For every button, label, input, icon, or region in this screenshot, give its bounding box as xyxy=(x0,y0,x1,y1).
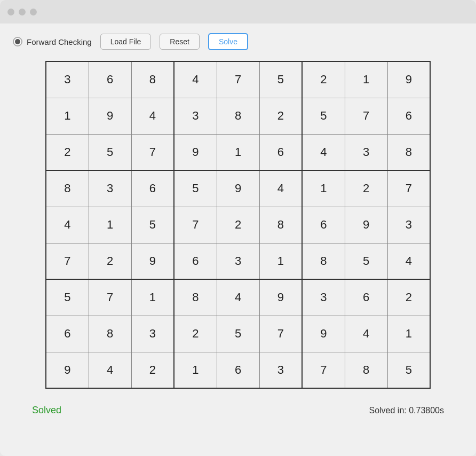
cell-6-4[interactable]: 4 xyxy=(217,279,259,316)
solved-status: Solved xyxy=(32,405,61,416)
cell-6-3[interactable]: 8 xyxy=(174,279,217,316)
cell-5-6[interactable]: 8 xyxy=(302,243,345,279)
cell-5-0[interactable]: 7 xyxy=(46,243,89,279)
cell-2-2[interactable]: 7 xyxy=(131,134,174,170)
cell-2-6[interactable]: 4 xyxy=(302,134,345,170)
cell-0-0[interactable]: 3 xyxy=(46,61,89,98)
cell-1-4[interactable]: 8 xyxy=(217,98,259,134)
cell-4-8[interactable]: 3 xyxy=(387,207,430,243)
cell-1-5[interactable]: 2 xyxy=(259,98,302,134)
cell-7-6[interactable]: 9 xyxy=(302,316,345,352)
cell-8-1[interactable]: 4 xyxy=(89,352,131,388)
cell-8-2[interactable]: 2 xyxy=(131,352,174,388)
cell-2-4[interactable]: 1 xyxy=(217,134,259,170)
maximize-button[interactable] xyxy=(30,9,37,15)
cell-4-4[interactable]: 2 xyxy=(217,207,259,243)
cell-8-3[interactable]: 1 xyxy=(174,352,217,388)
close-button[interactable] xyxy=(7,9,14,15)
cell-1-2[interactable]: 4 xyxy=(131,98,174,134)
cell-3-4[interactable]: 9 xyxy=(217,170,259,207)
cell-8-6[interactable]: 7 xyxy=(302,352,345,388)
cell-3-3[interactable]: 5 xyxy=(174,170,217,207)
solve-button[interactable]: Solve xyxy=(208,33,248,50)
cell-8-8[interactable]: 5 xyxy=(387,352,430,388)
grid-container: 3684752191943825762579164388365941274157… xyxy=(0,56,476,394)
cell-1-3[interactable]: 3 xyxy=(174,98,217,134)
cell-1-0[interactable]: 1 xyxy=(46,98,89,134)
cell-7-0[interactable]: 6 xyxy=(46,316,89,352)
cell-1-6[interactable]: 5 xyxy=(302,98,345,134)
cell-8-7[interactable]: 8 xyxy=(345,352,387,388)
cell-4-0[interactable]: 4 xyxy=(46,207,89,243)
cell-0-2[interactable]: 8 xyxy=(131,61,174,98)
cell-5-8[interactable]: 4 xyxy=(387,243,430,279)
minimize-button[interactable] xyxy=(19,9,26,15)
cell-6-0[interactable]: 5 xyxy=(46,279,89,316)
radio-inner xyxy=(15,39,20,44)
radio-label-text: Forward Checking xyxy=(27,37,92,46)
cell-7-4[interactable]: 5 xyxy=(217,316,259,352)
table-row: 368475219 xyxy=(46,61,430,98)
cell-3-5[interactable]: 4 xyxy=(259,170,302,207)
cell-6-8[interactable]: 2 xyxy=(387,279,430,316)
cell-7-7[interactable]: 4 xyxy=(345,316,387,352)
cell-5-1[interactable]: 2 xyxy=(89,243,131,279)
cell-2-5[interactable]: 6 xyxy=(259,134,302,170)
cell-2-0[interactable]: 2 xyxy=(46,134,89,170)
cell-0-1[interactable]: 6 xyxy=(89,61,131,98)
cell-0-8[interactable]: 9 xyxy=(387,61,430,98)
table-row: 683257941 xyxy=(46,316,430,352)
cell-1-7[interactable]: 7 xyxy=(345,98,387,134)
cell-8-0[interactable]: 9 xyxy=(46,352,89,388)
reset-button[interactable]: Reset xyxy=(160,34,200,50)
cell-3-0[interactable]: 8 xyxy=(46,170,89,207)
cell-5-3[interactable]: 6 xyxy=(174,243,217,279)
cell-6-6[interactable]: 3 xyxy=(302,279,345,316)
status-bar: Solved Solved in: 0.73800s xyxy=(0,394,476,421)
cell-3-7[interactable]: 2 xyxy=(345,170,387,207)
title-bar xyxy=(0,0,476,23)
forward-checking-radio[interactable]: Forward Checking xyxy=(13,37,92,46)
cell-7-3[interactable]: 2 xyxy=(174,316,217,352)
table-row: 257916438 xyxy=(46,134,430,170)
cell-7-8[interactable]: 1 xyxy=(387,316,430,352)
cell-6-1[interactable]: 7 xyxy=(89,279,131,316)
cell-5-2[interactable]: 9 xyxy=(131,243,174,279)
cell-5-7[interactable]: 5 xyxy=(345,243,387,279)
cell-2-3[interactable]: 9 xyxy=(174,134,217,170)
cell-8-4[interactable]: 6 xyxy=(217,352,259,388)
cell-2-7[interactable]: 3 xyxy=(345,134,387,170)
cell-0-4[interactable]: 7 xyxy=(217,61,259,98)
cell-3-6[interactable]: 1 xyxy=(302,170,345,207)
cell-0-5[interactable]: 5 xyxy=(259,61,302,98)
cell-7-2[interactable]: 3 xyxy=(131,316,174,352)
cell-3-8[interactable]: 7 xyxy=(387,170,430,207)
cell-1-8[interactable]: 6 xyxy=(387,98,430,134)
table-row: 729631854 xyxy=(46,243,430,279)
cell-1-1[interactable]: 9 xyxy=(89,98,131,134)
cell-6-5[interactable]: 9 xyxy=(259,279,302,316)
cell-3-1[interactable]: 3 xyxy=(89,170,131,207)
cell-4-5[interactable]: 8 xyxy=(259,207,302,243)
cell-6-7[interactable]: 6 xyxy=(345,279,387,316)
cell-4-7[interactable]: 9 xyxy=(345,207,387,243)
cell-0-6[interactable]: 2 xyxy=(302,61,345,98)
cell-4-1[interactable]: 1 xyxy=(89,207,131,243)
cell-2-8[interactable]: 8 xyxy=(387,134,430,170)
cell-4-2[interactable]: 5 xyxy=(131,207,174,243)
cell-4-3[interactable]: 7 xyxy=(174,207,217,243)
cell-4-6[interactable]: 6 xyxy=(302,207,345,243)
cell-2-1[interactable]: 5 xyxy=(89,134,131,170)
cell-3-2[interactable]: 6 xyxy=(131,170,174,207)
cell-5-4[interactable]: 3 xyxy=(217,243,259,279)
cell-7-5[interactable]: 7 xyxy=(259,316,302,352)
cell-5-5[interactable]: 1 xyxy=(259,243,302,279)
cell-0-7[interactable]: 1 xyxy=(345,61,387,98)
load-file-button[interactable]: Load File xyxy=(100,34,152,50)
cell-8-5[interactable]: 3 xyxy=(259,352,302,388)
table-row: 571849362 xyxy=(46,279,430,316)
cell-0-3[interactable]: 4 xyxy=(174,61,217,98)
cell-7-1[interactable]: 8 xyxy=(89,316,131,352)
sudoku-grid: 3684752191943825762579164388365941274157… xyxy=(45,61,431,389)
cell-6-2[interactable]: 1 xyxy=(131,279,174,316)
